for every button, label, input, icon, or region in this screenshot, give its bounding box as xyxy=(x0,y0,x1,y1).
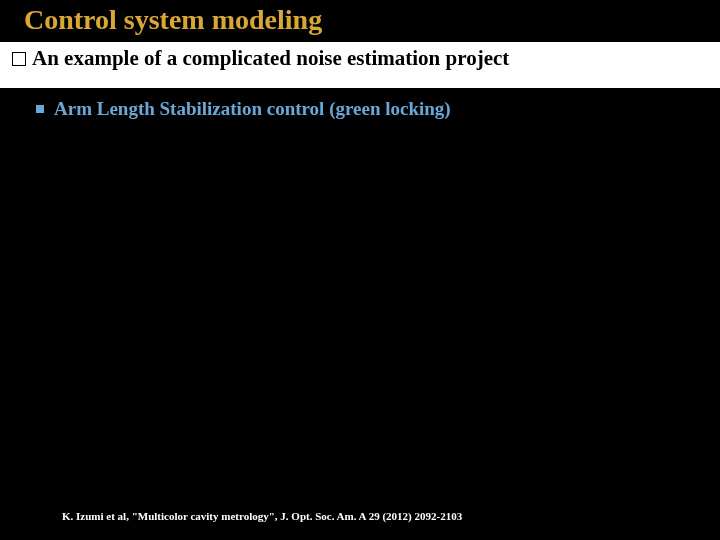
heading-row: An example of a complicated noise estima… xyxy=(12,46,708,71)
citation-text: K. Izumi et al, "Multicolor cavity metro… xyxy=(62,510,462,522)
sub-bullet-row: Arm Length Stabilization control (green … xyxy=(0,88,720,120)
heading-text: An example of a complicated noise estima… xyxy=(32,46,509,71)
slide-title: Control system modeling xyxy=(24,4,696,36)
sub-bullet-icon xyxy=(36,105,44,113)
title-bar: Control system modeling xyxy=(0,0,720,42)
sub-heading-text: Arm Length Stabilization control (green … xyxy=(54,98,451,120)
square-bullet-icon xyxy=(12,52,26,66)
content-strip: An example of a complicated noise estima… xyxy=(0,42,720,88)
